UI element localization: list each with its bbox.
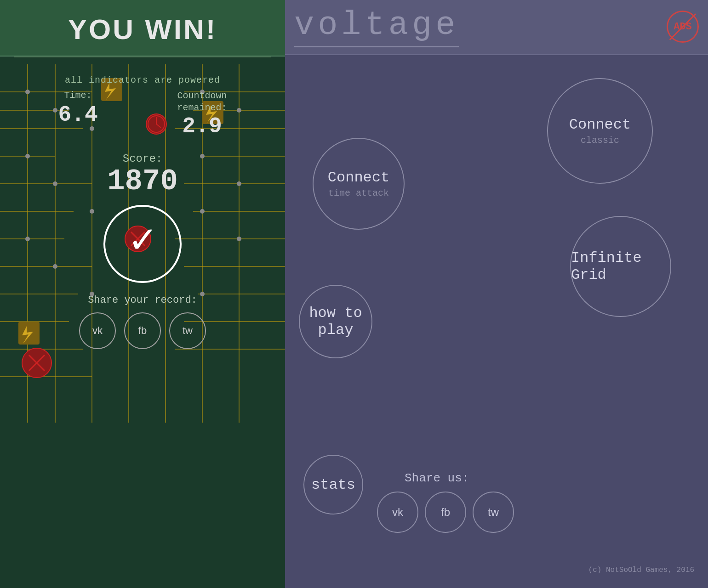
stats-row: Time: 6.4 Countdown remained: 2.9 <box>0 85 285 143</box>
connect-classic-sub: classic <box>581 135 619 146</box>
share-us-section: Share us: vk fb tw <box>377 471 685 533</box>
menu-area: Connect classic Connect time attack Infi… <box>285 55 708 588</box>
countdown-stat: Countdown remained: 2.9 <box>177 90 227 139</box>
win-subtitle: all indicators are powered <box>65 75 220 85</box>
copyright: (c) NotSoOld Games, 2016 <box>588 566 694 574</box>
countdown-label-line1: Countdown <box>177 90 227 102</box>
time-stat: Time: 6.4 <box>58 90 97 139</box>
connect-classic-button[interactable]: Connect classic <box>547 78 653 184</box>
left-panel: YOU WIN! <box>0 0 285 588</box>
ads-badge[interactable]: ADS <box>667 11 699 43</box>
ads-label: ADS <box>674 21 692 33</box>
stats-main: stats <box>311 476 355 493</box>
how-to-play-button[interactable]: how to play <box>299 285 372 358</box>
share-us-label: Share us: <box>405 471 685 485</box>
checkmark-icon: ✓ <box>130 221 155 262</box>
win-header: YOU WIN! <box>0 0 285 57</box>
connect-timeattack-button[interactable]: Connect time attack <box>313 138 405 230</box>
right-share-vk-button[interactable]: vk <box>377 492 418 533</box>
score-value: 1870 <box>107 165 178 198</box>
right-share-tw-button[interactable]: tw <box>473 492 514 533</box>
share-record-section: Share your record: vk fb tw <box>79 294 206 363</box>
infinite-grid-main: Infinite Grid <box>571 249 670 283</box>
countdown-label-line2: remained: <box>177 102 227 114</box>
connect-timeattack-main: Connect <box>328 169 389 186</box>
stats-button[interactable]: stats <box>303 455 363 514</box>
share-us-buttons: vk fb tw <box>377 492 685 533</box>
countdown-value: 2.9 <box>177 114 227 139</box>
how-to-play-line2: play <box>318 322 354 339</box>
right-share-fb-button[interactable]: fb <box>425 492 466 533</box>
right-panel: voltage ADS Connect classic Connect time… <box>285 0 708 588</box>
checkmark-circle: ✓ <box>103 205 182 283</box>
time-value: 6.4 <box>58 102 97 127</box>
connect-timeattack-sub: time attack <box>328 188 389 198</box>
score-block: Score: 1870 <box>107 153 178 198</box>
stats-overlay: all indicators are powered Time: 6.4 Cou… <box>0 57 285 588</box>
share-fb-button[interactable]: fb <box>124 312 161 349</box>
game-title: voltage <box>294 6 459 47</box>
win-title: YOU WIN! <box>9 13 276 45</box>
infinite-grid-button[interactable]: Infinite Grid <box>570 216 671 317</box>
score-label: Score: <box>107 153 178 165</box>
share-tw-button[interactable]: tw <box>169 312 206 349</box>
share-record-label: Share your record: <box>79 294 206 306</box>
share-buttons: vk fb tw <box>79 312 206 363</box>
share-vk-button[interactable]: vk <box>79 312 116 349</box>
how-to-play-line1: how to <box>309 305 362 322</box>
right-header: voltage ADS <box>285 0 708 55</box>
connect-classic-main: Connect <box>569 116 631 133</box>
time-label: Time: <box>64 90 92 101</box>
